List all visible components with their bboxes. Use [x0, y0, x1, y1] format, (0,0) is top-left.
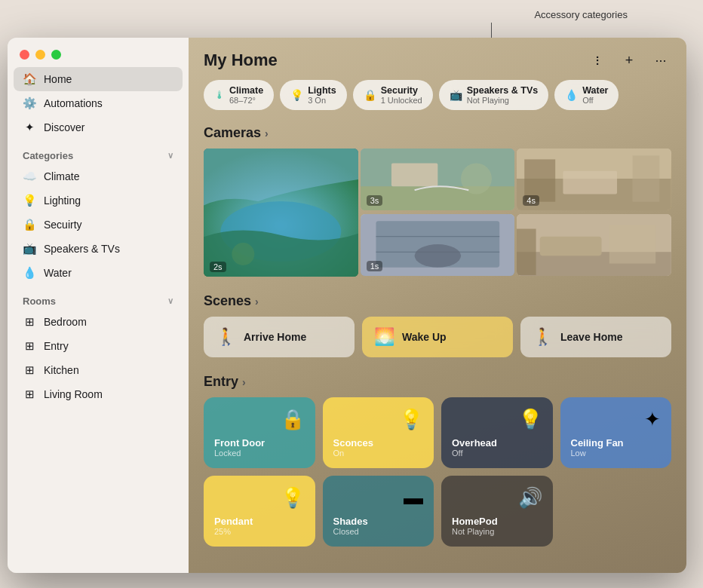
main-window: 🏠 Home ⚙️ Automations ✦ Discover Categor…	[8, 38, 686, 573]
arrive-home-label: Arrive Home	[244, 331, 306, 343]
accessory-sconces[interactable]: 💡 Sconces On	[323, 397, 434, 468]
sidebar-label-bedroom: Bedroom	[44, 316, 87, 328]
scenes-chevron: ›	[255, 296, 259, 308]
scene-arrive-home[interactable]: 🚶 Arrive Home	[204, 317, 355, 357]
svg-rect-19	[540, 236, 602, 256]
callout-top: Accessory categories	[534, 9, 628, 20]
sidebar-label-lighting: Lighting	[44, 194, 81, 207]
pill-water-label: Water	[582, 85, 608, 96]
sidebar-item-entry[interactable]: ⊞ Entry	[14, 334, 183, 358]
front-door-icon: 🔒	[281, 408, 305, 431]
sidebar-label-home: Home	[44, 73, 72, 85]
rooms-label: Rooms	[23, 296, 56, 307]
shades-icon: ▬	[404, 486, 423, 510]
sidebar-item-climate[interactable]: ☁️ Climate	[14, 164, 183, 188]
camera-garage[interactable]: 1s	[361, 214, 515, 276]
pill-security[interactable]: 🔒 Security 1 Unlocked	[353, 80, 433, 110]
fan-icon: ✦	[644, 408, 661, 431]
accessory-sconces-top: 💡	[333, 408, 424, 437]
water-icon: 💧	[23, 266, 36, 280]
scenes-label: Scenes	[204, 293, 251, 309]
scene-leave-home[interactable]: 🚶 Leave Home	[520, 317, 671, 357]
sidebar-label-speakers: Speakers & TVs	[44, 243, 120, 255]
security-icon: 🔒	[23, 218, 36, 231]
front-door-status: Locked	[214, 449, 305, 458]
accessory-front-door[interactable]: 🔒 Front Door Locked	[204, 397, 315, 468]
main-content: My Home ⫶ + ··· 🌡 Climate 68–72° 💡 Light…	[189, 38, 686, 573]
sidebar-item-security[interactable]: 🔒 Secuirty	[14, 213, 183, 237]
sconces-icon: 💡	[399, 408, 423, 431]
accessory-pod-top: 🔊	[452, 486, 542, 516]
pendant-name: Pendant	[214, 516, 305, 527]
camera-pool[interactable]: 2s	[204, 149, 358, 277]
sidebar-item-speakers[interactable]: 📺 Speakers & TVs	[14, 237, 183, 261]
entry-chevron: ›	[242, 376, 246, 388]
camera-room[interactable]: 4s	[517, 149, 671, 210]
pill-speakers[interactable]: 📺 Speakers & TVs Not Playing	[439, 80, 549, 110]
pill-lights[interactable]: 💡 Lights 3 On	[280, 80, 347, 110]
sidebar-label-security: Secuirty	[44, 219, 82, 231]
cameras-label: Cameras	[204, 125, 261, 141]
activity-button[interactable]: ⫶	[587, 50, 608, 71]
close-button[interactable]	[20, 50, 29, 60]
pill-climate-sub: 68–72°	[229, 96, 263, 105]
accessory-shades[interactable]: ▬ Shades Closed	[323, 476, 434, 547]
accessory-pendant[interactable]: 💡 Pendant 25%	[204, 476, 315, 547]
wake-up-icon: 🌅	[374, 327, 394, 347]
fan-name: Ceiling Fan	[571, 437, 662, 449]
wake-up-label: Wake Up	[402, 331, 447, 343]
pill-speakers-sub: Not Playing	[467, 96, 539, 105]
accessory-shades-bottom: Shades Closed	[333, 516, 424, 536]
sidebar-item-discover[interactable]: ✦ Discover	[14, 115, 183, 139]
accessory-homepod[interactable]: 🔊 HomePod Not Playing	[441, 476, 553, 547]
pill-security-icon: 🔒	[364, 89, 376, 101]
pill-climate-icon: 🌡	[214, 89, 225, 101]
categories-header[interactable]: Categories ∨	[14, 139, 183, 164]
pill-water-icon: 💧	[565, 89, 578, 101]
categories-chevron: ∨	[167, 151, 173, 161]
sidebar-item-living-room[interactable]: ⊞ Living Room	[14, 382, 183, 406]
scenes-section-header[interactable]: Scenes ›	[189, 289, 686, 317]
accessory-overhead-bottom: Overhead Off	[452, 437, 542, 458]
pill-climate-text: Climate 68–72°	[229, 85, 263, 105]
scene-wake-up[interactable]: 🌅 Wake Up	[362, 317, 513, 357]
sidebar-item-water[interactable]: 💧 Water	[14, 261, 183, 285]
shades-name: Shades	[333, 516, 424, 527]
climate-icon: ☁️	[23, 170, 36, 183]
rooms-header[interactable]: Rooms ∨	[14, 285, 183, 310]
accessory-ceiling-fan[interactable]: ✦ Ceiling Fan Low	[560, 397, 672, 468]
overhead-name: Overhead	[452, 437, 542, 449]
sidebar-item-bedroom[interactable]: ⊞ Bedroom	[14, 310, 183, 334]
camera-garage-timestamp: 1s	[367, 261, 383, 271]
sidebar-item-lighting[interactable]: 💡 Lighting	[14, 188, 183, 213]
maximize-button[interactable]	[51, 50, 61, 60]
camera-livingroom[interactable]	[517, 214, 671, 276]
bedroom-icon: ⊞	[23, 315, 36, 329]
accessory-front-door-top: 🔒	[214, 408, 305, 437]
svg-rect-20	[609, 225, 655, 263]
pill-water[interactable]: 💧 Water Off	[554, 80, 619, 110]
leave-home-label: Leave Home	[560, 331, 622, 343]
cameras-section-header[interactable]: Cameras ›	[189, 121, 686, 149]
accessory-pod-bottom: HomePod Not Playing	[452, 516, 542, 536]
pill-climate-label: Climate	[229, 85, 263, 96]
svg-rect-11	[563, 171, 618, 194]
add-button[interactable]: +	[619, 50, 640, 71]
entry-section-header[interactable]: Entry ›	[189, 369, 686, 397]
header-actions: ⫶ + ···	[587, 50, 671, 71]
camera-driveway[interactable]: 3s	[361, 149, 515, 210]
pill-climate[interactable]: 🌡 Climate 68–72°	[204, 80, 274, 110]
sidebar-label-living-room: Living Room	[44, 388, 103, 400]
sidebar-item-kitchen[interactable]: ⊞ Kitchen	[14, 358, 183, 382]
sidebar-item-home[interactable]: 🏠 Home	[14, 67, 183, 91]
pill-speakers-label: Speakers & TVs	[467, 85, 539, 96]
sidebar-label-water: Water	[44, 267, 72, 279]
sidebar-label-discover: Discover	[44, 121, 84, 133]
discover-icon: ✦	[23, 121, 36, 134]
accessory-overhead[interactable]: 💡 Overhead Off	[441, 397, 553, 468]
minimize-button[interactable]	[35, 50, 45, 60]
rooms-chevron: ∨	[167, 296, 173, 306]
more-button[interactable]: ···	[650, 50, 671, 71]
sidebar-item-automations[interactable]: ⚙️ Automations	[14, 91, 183, 115]
pod-icon: 🔊	[518, 486, 542, 510]
